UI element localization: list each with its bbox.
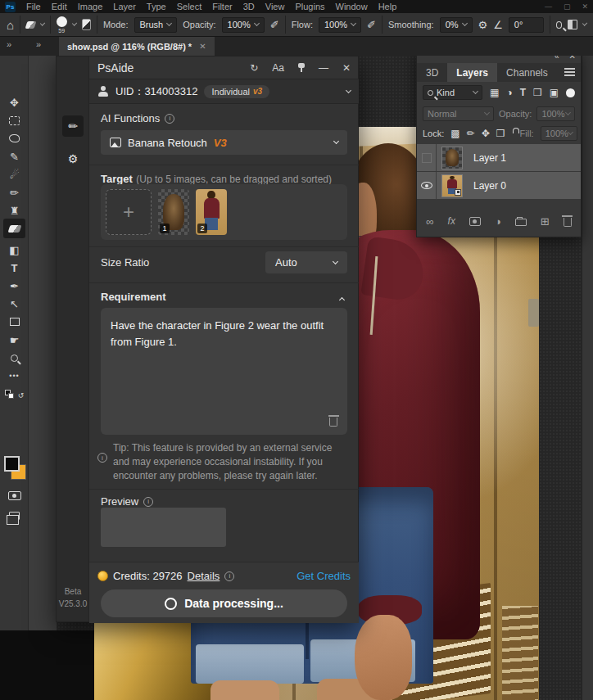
pen-tool[interactable]: ✒	[0, 278, 29, 294]
screen-mode-button[interactable]	[0, 508, 29, 524]
details-link[interactable]: Details	[188, 570, 220, 582]
document-tab[interactable]: show.psd @ 116% (RGB/8#) * ✕	[59, 37, 215, 56]
filter-shape-icon[interactable]: ❒	[533, 88, 542, 97]
chevron-down-icon[interactable]	[40, 20, 45, 25]
layer-style-icon[interactable]: fx	[448, 216, 455, 226]
adjustment-layer-icon[interactable]: ◑	[495, 216, 501, 227]
layer-row-1[interactable]: Layer 1	[417, 143, 581, 171]
menu-edit[interactable]: Edit	[52, 2, 67, 11]
kind-filter-select[interactable]: Kind	[423, 85, 482, 100]
clear-text-icon[interactable]	[329, 418, 337, 427]
brush-panel-toggle-icon[interactable]	[82, 19, 91, 30]
smoothing-select[interactable]: 0%	[440, 17, 473, 33]
toolbar-expand-icon[interactable]: »	[7, 39, 11, 49]
visibility-toggle[interactable]	[417, 172, 437, 200]
lasso-tool[interactable]	[0, 130, 29, 147]
filter-toggle[interactable]	[566, 88, 575, 97]
filter-pixel-icon[interactable]: ▦	[490, 88, 499, 97]
tab-3d[interactable]: 3D	[417, 63, 447, 82]
requirement-textarea[interactable]: Have the character in Figure 2 wear the …	[101, 308, 347, 435]
add-mask-icon[interactable]	[469, 217, 481, 226]
preview-box[interactable]	[101, 508, 226, 547]
mode-select[interactable]: Brush	[134, 17, 178, 33]
target-thumb-1[interactable]: 1	[158, 189, 189, 235]
swap-colors-button[interactable]: ↺	[0, 387, 29, 404]
gear-icon[interactable]: ⚙	[478, 20, 488, 30]
menu-type[interactable]: Type	[147, 2, 166, 11]
lock-paint-icon[interactable]: ✏	[467, 129, 475, 138]
angle-input[interactable]: 0°	[509, 17, 544, 33]
quick-mask-button[interactable]	[0, 487, 29, 504]
minimize-button[interactable]: —	[545, 2, 552, 11]
refresh-icon[interactable]: ↻	[250, 62, 258, 74]
lock-transparency-icon[interactable]: ▩	[450, 129, 459, 138]
info-icon[interactable]: i	[143, 497, 153, 507]
data-processing-button[interactable]: Data processing...	[101, 589, 347, 617]
menu-view[interactable]: View	[265, 2, 285, 11]
link-layers-icon[interactable]: ∞	[426, 216, 433, 227]
visibility-toggle[interactable]	[417, 144, 437, 172]
menu-layer[interactable]: Layer	[113, 2, 136, 11]
clone-stamp-tool[interactable]: ♜	[0, 202, 29, 219]
foreground-background-swatches[interactable]	[4, 456, 25, 481]
menu-3d[interactable]: 3D	[243, 2, 255, 11]
menu-window[interactable]: Window	[336, 2, 368, 11]
layer-thumbnail[interactable]	[441, 174, 463, 197]
opacity-select[interactable]: 100%	[222, 17, 265, 33]
brush-size-preview[interactable]: 59	[57, 16, 67, 34]
info-icon[interactable]: i	[224, 571, 234, 581]
eraser-tool[interactable]	[3, 219, 25, 238]
menu-select[interactable]: Select	[177, 2, 202, 11]
chevron-down-icon[interactable]	[72, 20, 77, 25]
filter-type-icon[interactable]: T	[520, 88, 526, 97]
add-image-button[interactable]: +	[106, 189, 152, 235]
eraser-tool-icon[interactable]	[25, 21, 37, 29]
panel-menu-icon[interactable]	[564, 68, 575, 76]
edit-mode-button[interactable]: ✏	[62, 115, 84, 137]
blend-mode-select[interactable]: Normal	[423, 106, 494, 121]
search-icon[interactable]	[556, 21, 562, 29]
menu-filter[interactable]: Filter	[212, 2, 232, 11]
chevron-up-icon[interactable]	[339, 297, 345, 303]
filter-smart-object-icon[interactable]: ▣	[550, 88, 559, 97]
brush-tool[interactable]: ✏	[0, 184, 29, 201]
layer-name[interactable]: Layer 0	[473, 180, 506, 192]
filter-adjustment-icon[interactable]: ◑	[506, 88, 512, 97]
home-icon[interactable]: ⌂	[7, 19, 14, 31]
settings-button[interactable]: ⚙	[62, 148, 84, 169]
move-tool[interactable]: ✥	[0, 94, 29, 111]
target-thumb-2[interactable]: 2	[196, 189, 227, 235]
close-button[interactable]: ✕	[582, 2, 588, 11]
plan-badge[interactable]: Individual v3	[204, 85, 269, 98]
lock-move-icon[interactable]: ✥	[482, 129, 490, 138]
get-credits-link[interactable]: Get Credits	[296, 570, 351, 582]
plugin-strip-expand-icon[interactable]: »	[36, 39, 41, 49]
more-tools-button[interactable]: •••	[0, 368, 29, 384]
menu-file[interactable]: File	[26, 2, 41, 11]
path-selection-tool[interactable]: ↖	[0, 296, 29, 312]
delete-layer-icon[interactable]	[564, 218, 572, 227]
tab-channels[interactable]: Channels	[497, 63, 557, 82]
menu-plugins[interactable]: Plugins	[295, 2, 324, 11]
zoom-tool[interactable]	[0, 350, 29, 366]
new-layer-icon[interactable]: ⊞	[541, 216, 550, 227]
eyedropper-tool[interactable]: ☄	[0, 166, 29, 183]
screen-mode-icon[interactable]	[568, 20, 577, 29]
size-ratio-select[interactable]: Auto	[265, 251, 347, 273]
airbrush-icon[interactable]: ✐	[367, 20, 376, 30]
layer-row-0[interactable]: Layer 0	[417, 171, 581, 199]
chevron-down-icon[interactable]	[346, 87, 351, 93]
tab-layers[interactable]: Layers	[447, 63, 497, 82]
type-tool[interactable]: T	[0, 260, 29, 276]
gradient-tool[interactable]: ◧	[0, 242, 29, 258]
rectangle-tool[interactable]	[0, 314, 29, 330]
layer-thumbnail[interactable]	[441, 147, 463, 169]
pressure-opacity-icon[interactable]: ✐	[270, 20, 279, 30]
marquee-tool[interactable]	[0, 112, 29, 129]
lock-artboard-icon[interactable]: ❒	[496, 129, 505, 138]
close-icon[interactable]: ✕	[342, 62, 351, 74]
tab-close-icon[interactable]: ✕	[199, 42, 206, 51]
function-select[interactable]: Banana Retouch V3	[101, 130, 347, 155]
maximize-button[interactable]: ▢	[564, 2, 571, 11]
dock-collapse-strip[interactable]: ˆ	[582, 39, 593, 700]
